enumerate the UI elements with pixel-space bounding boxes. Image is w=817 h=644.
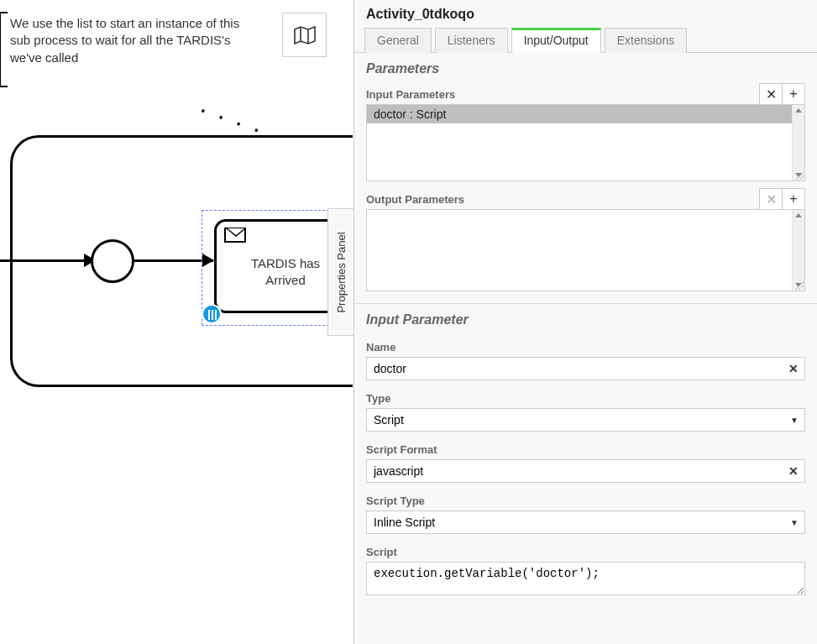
tab-general[interactable]: General xyxy=(364,28,432,53)
output-param-add-button[interactable]: + xyxy=(782,188,805,210)
properties-panel-toggle[interactable]: Properties Panel xyxy=(327,208,354,336)
resize-handle[interactable] xyxy=(795,281,804,290)
resize-handle[interactable] xyxy=(795,171,804,180)
tab-input-output[interactable]: Input/Output xyxy=(511,28,601,53)
output-param-remove-button[interactable]: ✕ xyxy=(759,188,783,210)
clear-script-format-button[interactable]: ✕ xyxy=(788,464,799,478)
multi-instance-marker[interactable] xyxy=(202,304,222,324)
minimap-toggle-button[interactable] xyxy=(282,13,327,57)
close-icon: ✕ xyxy=(766,86,777,102)
scrollbar[interactable] xyxy=(792,210,804,291)
parameters-section-heading: Parameters xyxy=(354,53,817,81)
output-parameters-label: Output Parameters xyxy=(366,193,760,206)
output-parameters-list[interactable] xyxy=(366,209,805,291)
input-param-remove-button[interactable]: ✕ xyxy=(759,83,783,105)
input-parameter-heading: Input Parameter xyxy=(354,304,817,332)
input-parameter-detail: Input Parameter Name ✕ Type Script Scrip… xyxy=(354,303,817,601)
envelope-icon xyxy=(224,228,246,243)
output-parameters-block: Output Parameters ✕ + xyxy=(354,188,817,296)
type-select[interactable]: Script xyxy=(366,408,805,432)
task-label-line2: Arrived xyxy=(265,273,306,287)
type-label: Type xyxy=(366,387,805,408)
parallel-bars-icon xyxy=(208,310,210,320)
app-root: We use the list to start an instance of … xyxy=(0,0,817,644)
list-item[interactable]: doctor : Script xyxy=(367,105,804,123)
start-event[interactable] xyxy=(91,239,134,283)
task-label-line1: TARDIS has xyxy=(251,256,320,270)
input-parameters-list[interactable]: doctor : Script xyxy=(366,104,805,181)
annotation-text: We use the list to start an instance of … xyxy=(10,15,244,66)
incoming-sequence-flow[interactable] xyxy=(0,259,95,262)
tab-listeners[interactable]: Listeners xyxy=(435,28,508,53)
input-parameters-label: Input Parameters xyxy=(366,88,760,101)
input-param-add-button[interactable]: + xyxy=(782,83,805,105)
script-type-label: Script Type xyxy=(366,490,805,510)
input-parameters-block: Input Parameters ✕ + doctor : Script xyxy=(354,83,817,186)
script-textarea[interactable] xyxy=(366,562,805,595)
script-format-label: Script Format xyxy=(366,438,805,459)
name-input[interactable] xyxy=(366,357,805,380)
plus-icon: + xyxy=(789,86,797,102)
script-format-input[interactable] xyxy=(366,459,805,483)
name-label: Name xyxy=(366,336,805,357)
text-annotation[interactable]: We use the list to start an instance of … xyxy=(0,15,244,66)
map-icon xyxy=(294,26,316,45)
clear-name-button[interactable]: ✕ xyxy=(788,362,799,375)
script-type-select[interactable]: Inline Script xyxy=(366,510,805,534)
properties-panel-toggle-label: Properties Panel xyxy=(335,232,348,312)
script-label: Script xyxy=(366,541,805,562)
plus-icon: + xyxy=(789,191,797,207)
tab-bar: General Listeners Input/Output Extension… xyxy=(354,27,817,53)
tab-extensions[interactable]: Extensions xyxy=(605,28,687,53)
close-icon: ✕ xyxy=(766,191,777,207)
element-id-title: Activity_0tdkoqo xyxy=(354,0,817,27)
bpmn-canvas[interactable]: We use the list to start an instance of … xyxy=(0,0,353,644)
dotted-connector: ···· xyxy=(193,98,256,140)
scrollbar[interactable] xyxy=(792,105,804,181)
properties-panel: Activity_0tdkoqo General Listeners Input… xyxy=(354,0,817,644)
